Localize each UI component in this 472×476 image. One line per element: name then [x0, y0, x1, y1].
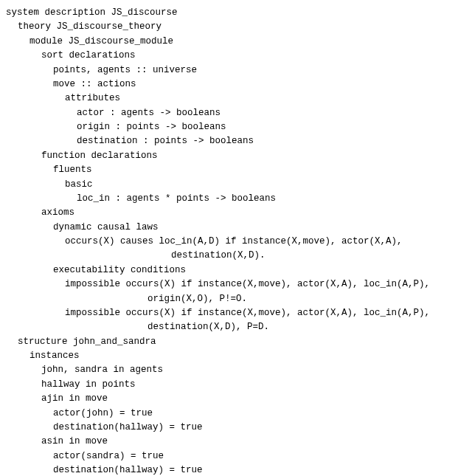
code-line: destination(hallway) = true: [6, 421, 466, 435]
code-line: module JS_discourse_module: [6, 35, 466, 49]
code-line: move :: actions: [6, 77, 466, 92]
code-line: origin : points -> booleans: [6, 120, 466, 134]
code-line: instances: [6, 349, 466, 363]
code-line: attributes: [6, 92, 466, 106]
code-line: system description JS_discourse: [6, 6, 466, 20]
code-line: loc_in : agents * points -> booleans: [6, 192, 466, 206]
code-line: john, sandra in agents: [6, 363, 466, 377]
code-line: destination : points -> booleans: [6, 134, 466, 148]
code-line: sort declarations: [6, 49, 466, 63]
code-line: actor : agents -> booleans: [6, 106, 466, 120]
code-line: dynamic causal laws: [6, 221, 466, 235]
code-line: fluents: [6, 163, 466, 177]
code-line: occurs(X) causes loc_in(A,D) if instance…: [6, 235, 466, 249]
code-line: executability conditions: [6, 263, 466, 277]
code-line: ajin in move: [6, 392, 466, 406]
code-line: hallway in points: [6, 378, 466, 392]
code-line: actor(sandra) = true: [6, 449, 466, 463]
code-line: impossible occurs(X) if instance(X,move)…: [6, 306, 466, 320]
code-line: destination(X,D).: [6, 249, 466, 263]
code-block: system description JS_discourse theory J…: [6, 6, 466, 476]
code-line: impossible occurs(X) if instance(X,move)…: [6, 277, 466, 292]
code-line: origin(X,O), P!=O.: [6, 292, 466, 306]
code-line: basic: [6, 178, 466, 192]
code-line: destination(hallway) = true: [6, 463, 466, 476]
code-line: function declarations: [6, 149, 466, 163]
code-line: asin in move: [6, 435, 466, 449]
code-line: actor(john) = true: [6, 407, 466, 421]
code-line: destination(X,D), P=D.: [6, 320, 466, 334]
code-line: theory JS_discourse_theory: [6, 20, 466, 34]
code-line: structure john_and_sandra: [6, 335, 466, 349]
code-line: points, agents :: universe: [6, 63, 466, 77]
code-line: axioms: [6, 206, 466, 220]
